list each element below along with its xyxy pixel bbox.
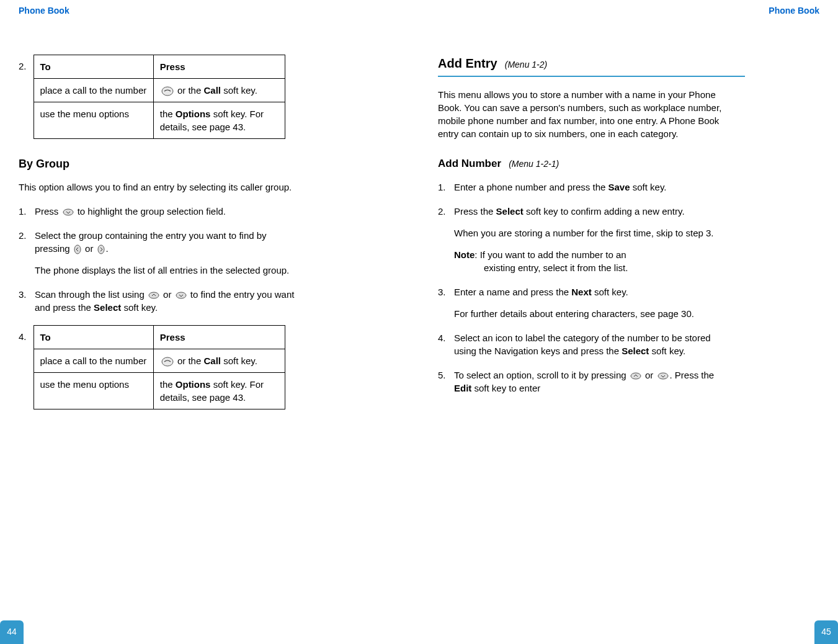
svg-point-7: [631, 373, 641, 379]
rs5-d: Edit: [454, 383, 471, 393]
by-group-heading: By Group: [19, 156, 326, 172]
step3-num: 3.: [19, 288, 27, 301]
content-right: Add Entry (Menu 1-2) This menu allows yo…: [438, 55, 819, 395]
rs1-num: 1.: [438, 181, 446, 194]
content-left: 2. To Press place a call to the number o…: [19, 55, 400, 409]
step2-p2: The phone displays the list of all entri…: [35, 264, 304, 277]
rstep-1: 1. Enter a phone number and press the Sa…: [438, 181, 723, 194]
table2-row1-to: place a call to the number: [33, 349, 153, 372]
add-number-menu-tag: (Menu 1-2-1): [509, 159, 559, 169]
rs2-b: Select: [496, 206, 524, 217]
table1-row1-press: or the Call soft key.: [153, 78, 285, 102]
rs3-b: Next: [571, 287, 592, 297]
rs5-num: 5.: [438, 369, 446, 382]
table1-row2-press: the Options soft key. For details, see p…: [153, 102, 285, 138]
add-number-title-row: Add Number (Menu 1-2-1): [438, 156, 745, 171]
table2-header-to: To: [33, 325, 153, 349]
rs5-c: . Press the: [670, 370, 715, 380]
table2-row2-press: the Options soft key. For details, see p…: [153, 372, 285, 409]
rs4-num: 4.: [438, 331, 446, 344]
step3-text-a: Scan through the list using: [35, 289, 147, 300]
note-text2: existing entry, select it from the list.: [454, 261, 723, 274]
rs1-b: Save: [608, 182, 630, 192]
add-entry-title-row: Add Entry (Menu 1-2): [438, 55, 745, 77]
table2-row1-press: or the Call soft key.: [153, 349, 285, 372]
header-left: Phone Book: [19, 5, 400, 17]
svg-point-4: [149, 292, 159, 298]
t1r2-text-b: Options: [176, 109, 211, 119]
by-group-intro: This option allows you to find an entry …: [19, 181, 304, 194]
down-key-icon: [657, 372, 669, 380]
rstep-5: 5. To select an option, scroll to it by …: [438, 369, 723, 395]
svg-point-0: [162, 87, 173, 96]
rs1-c: soft key.: [630, 182, 667, 192]
by-group-steps: 1. Press to highlight the group selectio…: [19, 205, 326, 314]
step1-num: 1.: [19, 205, 27, 218]
add-entry-intro: This menu allows you to store a number w…: [438, 88, 723, 140]
action-table-1: 2. To Press place a call to the number o…: [19, 55, 285, 139]
rs3-a: Enter a name and press the: [454, 287, 571, 297]
table1-header-to: To: [33, 55, 153, 78]
svg-point-2: [74, 245, 81, 254]
table1-row1-to: place a call to the number: [33, 78, 153, 102]
page-right: Phone Book Add Entry (Menu 1-2) This men…: [419, 0, 838, 644]
note-text1: : If you want to add the number to an: [475, 249, 626, 260]
table1-number: 2.: [19, 55, 33, 78]
add-entry-menu-tag: (Menu 1-2): [505, 60, 547, 69]
step3-text-d: Select: [94, 302, 121, 313]
t2r1-a: or the: [175, 356, 204, 366]
rs2-a: Press the: [454, 206, 496, 217]
table1-numcol-blank2: [19, 102, 33, 138]
svg-point-5: [176, 292, 186, 298]
down-key-icon: [63, 208, 74, 216]
add-entry-heading: Add Entry: [438, 56, 497, 70]
header-right: Phone Book: [438, 5, 819, 17]
note-block: Note: If you want to add the number to a…: [454, 248, 723, 274]
rstep-2: 2. Press the Select soft key to confirm …: [438, 205, 723, 274]
t1r2-text-a: the: [160, 109, 176, 119]
svg-point-1: [63, 209, 73, 215]
action-table-2: 4. To Press place a call to the number o…: [19, 325, 285, 409]
step-2: 2. Select the group containing the entry…: [19, 229, 304, 277]
down-key-icon: [176, 292, 187, 299]
rs2-num: 2.: [438, 205, 446, 218]
up-key-icon: [630, 372, 641, 380]
t1r1-text-b: Call: [203, 85, 221, 96]
t2r2-a: the: [160, 379, 176, 390]
step2-text-c: .: [106, 243, 109, 254]
rs2-p2: When you are storing a number for the fi…: [454, 226, 723, 239]
step3-text-e: soft key.: [121, 302, 158, 313]
step2-text-a: Select the group containing the entry yo…: [35, 230, 267, 254]
step3-text-b: or: [161, 289, 174, 300]
svg-point-3: [98, 245, 104, 254]
step2-num: 2.: [19, 229, 27, 242]
rstep-4: 4. Select an icon to label the category …: [438, 331, 723, 357]
step-3: 3. Scan through the list using or to fin…: [19, 288, 304, 314]
rs2-c: soft key to confirm adding a new entry.: [524, 206, 685, 217]
rs3-num: 3.: [438, 285, 446, 298]
t1r1-text-c: soft key.: [221, 85, 257, 96]
up-key-icon: [148, 292, 159, 299]
note-label: Note: [454, 249, 475, 260]
t2r1-b: Call: [203, 356, 221, 366]
table1-numcol-blank: [19, 78, 33, 102]
step1-text-a: Press: [35, 206, 61, 217]
table2-header-press: Press: [153, 325, 285, 349]
rs3-p2: For further details about entering chara…: [454, 307, 723, 320]
step2-text-b: or: [82, 243, 96, 254]
page-number-left: 44: [0, 620, 24, 644]
t1r1-text-a: or the: [175, 85, 204, 96]
svg-point-6: [162, 357, 173, 366]
table1-row2-to: use the menu options: [33, 102, 153, 138]
add-number-heading: Add Number: [438, 158, 501, 169]
rs5-e: soft key to enter: [471, 383, 540, 393]
step1-text-b: to highlight the group selection field.: [75, 206, 226, 217]
table1-header-press: Press: [153, 55, 285, 78]
rstep-3: 3. Enter a name and press the Next soft …: [438, 285, 723, 320]
call-key-icon: [161, 86, 174, 96]
page-left: Phone Book 2. To Press place a call to t…: [0, 0, 419, 644]
page-number-right: 45: [814, 620, 838, 644]
table2-number: 4.: [19, 325, 33, 349]
call-key-icon: [161, 357, 174, 367]
add-number-steps: 1. Enter a phone number and press the Sa…: [438, 181, 745, 395]
